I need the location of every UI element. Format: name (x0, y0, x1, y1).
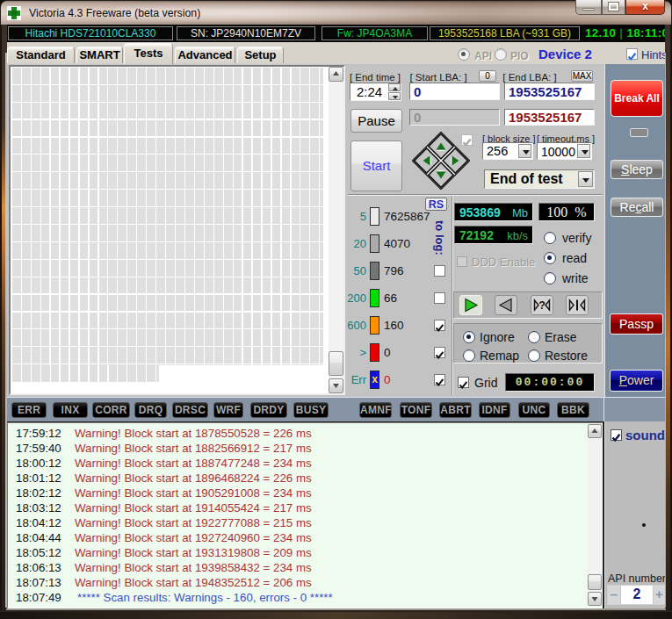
svg-text:?: ? (538, 299, 546, 312)
